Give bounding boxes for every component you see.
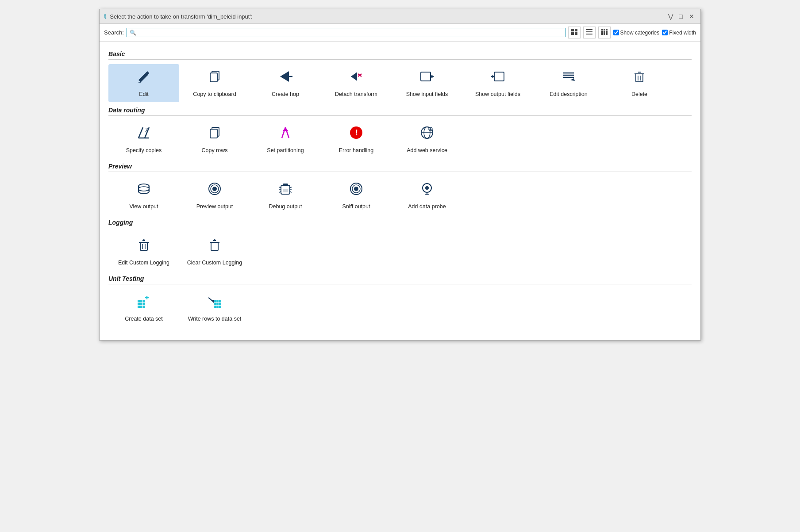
svg-rect-9 bbox=[606, 29, 608, 31]
action-copy-rows[interactable]: Copy rows bbox=[179, 120, 250, 158]
edit-custom-logging-icon bbox=[137, 238, 151, 257]
show-output-fields-label: Show output fields bbox=[475, 91, 520, 98]
show-categories-label: Show categories bbox=[620, 30, 660, 36]
tile-view-button[interactable] bbox=[598, 27, 611, 38]
svg-marker-26 bbox=[431, 75, 434, 78]
maximize-button[interactable]: □ bbox=[677, 12, 685, 21]
svg-rect-80 bbox=[140, 242, 147, 250]
svg-point-85 bbox=[143, 239, 145, 241]
title-bar-left: t Select the action to take on transform… bbox=[104, 12, 253, 20]
search-input[interactable] bbox=[138, 29, 562, 36]
view-output-label: View output bbox=[129, 203, 158, 210]
svg-rect-107 bbox=[219, 303, 221, 305]
svg-marker-29 bbox=[491, 75, 493, 78]
action-write-rows-to-data-set[interactable]: Write rows to data set bbox=[179, 289, 250, 327]
create-hop-icon bbox=[278, 69, 292, 88]
create-data-set-label: Create data set bbox=[125, 316, 162, 322]
action-set-partitioning[interactable]: Set partitioning bbox=[250, 120, 321, 158]
preview-output-icon bbox=[208, 182, 222, 201]
svg-point-101 bbox=[146, 297, 147, 298]
action-edit-custom-logging[interactable]: Edit Custom Logging bbox=[108, 233, 179, 271]
section-unit-testing-divider bbox=[108, 284, 692, 284]
svg-rect-98 bbox=[143, 306, 145, 308]
action-debug-output[interactable]: Debug output bbox=[250, 176, 321, 214]
section-preview-grid: View output Preview output bbox=[108, 176, 692, 214]
action-add-web-service[interactable]: Add web service bbox=[392, 120, 462, 158]
copy-rows-icon bbox=[208, 126, 222, 145]
minimize-button[interactable]: ⋁ bbox=[666, 12, 675, 21]
action-show-output-fields[interactable]: Show output fields bbox=[462, 64, 533, 102]
grid-view-button[interactable] bbox=[568, 27, 581, 38]
svg-marker-19 bbox=[280, 71, 289, 82]
copy-rows-label: Copy rows bbox=[201, 147, 227, 154]
action-clear-custom-logging[interactable]: Clear Custom Logging bbox=[179, 233, 250, 271]
specify-copies-label: Specify copies bbox=[126, 147, 162, 154]
svg-rect-5 bbox=[586, 31, 592, 32]
svg-rect-93 bbox=[138, 303, 140, 305]
svg-rect-6 bbox=[586, 34, 592, 34]
svg-rect-90 bbox=[138, 300, 140, 302]
svg-rect-12 bbox=[606, 31, 608, 33]
show-categories-checkbox-label[interactable]: Show categories bbox=[613, 30, 660, 36]
main-window: t Select the action to take on transform… bbox=[99, 9, 701, 341]
copy-to-clipboard-icon bbox=[208, 69, 222, 88]
action-error-handling[interactable]: ! Error handling bbox=[321, 120, 392, 158]
edit-description-icon bbox=[562, 69, 576, 88]
action-detach-transform[interactable]: Detach transform bbox=[321, 64, 392, 102]
edit-label: Edit bbox=[139, 91, 149, 98]
svg-point-74 bbox=[354, 187, 358, 191]
create-data-set-icon bbox=[137, 294, 151, 313]
svg-rect-97 bbox=[140, 306, 142, 308]
svg-marker-21 bbox=[351, 72, 357, 81]
close-button[interactable]: ✕ bbox=[687, 12, 696, 21]
show-categories-checkbox[interactable] bbox=[613, 30, 619, 35]
action-copy-to-clipboard[interactable]: Copy to clipboard bbox=[179, 64, 250, 102]
write-rows-to-data-set-label: Write rows to data set bbox=[188, 316, 242, 322]
fixed-width-checkbox-label[interactable]: Fixed width bbox=[662, 30, 696, 36]
svg-rect-18 bbox=[210, 73, 217, 82]
action-add-data-probe[interactable]: Add data probe bbox=[392, 176, 462, 214]
action-edit[interactable]: Edit bbox=[108, 64, 179, 102]
section-basic-header: Basic bbox=[108, 50, 692, 57]
svg-rect-1 bbox=[575, 29, 577, 31]
edit-custom-logging-label: Edit Custom Logging bbox=[118, 260, 169, 266]
set-partitioning-icon bbox=[278, 126, 292, 145]
action-sniff-output[interactable]: Sniff output bbox=[321, 176, 392, 214]
section-basic-divider bbox=[108, 59, 692, 60]
svg-marker-46 bbox=[283, 127, 288, 131]
svg-rect-95 bbox=[143, 303, 145, 305]
svg-rect-2 bbox=[571, 32, 574, 35]
svg-text:y: y bbox=[145, 127, 148, 132]
action-create-data-set[interactable]: Create data set bbox=[108, 289, 179, 327]
action-delete[interactable]: Delete bbox=[604, 64, 675, 102]
clear-custom-logging-icon bbox=[208, 238, 222, 257]
svg-rect-103 bbox=[216, 300, 219, 302]
error-handling-icon: ! bbox=[349, 126, 363, 145]
edit-icon bbox=[137, 69, 151, 88]
action-show-input-fields[interactable]: Show input fields bbox=[392, 64, 462, 102]
sniff-output-label: Sniff output bbox=[342, 203, 370, 210]
action-preview-output[interactable]: Preview output bbox=[179, 176, 250, 214]
search-input-wrap: 🔍 bbox=[127, 28, 565, 37]
action-create-hop[interactable]: Create hop bbox=[250, 64, 321, 102]
list-view-button[interactable] bbox=[583, 27, 596, 38]
debug-output-icon bbox=[278, 182, 292, 201]
action-specify-copies[interactable]: y Specify copies bbox=[108, 120, 179, 158]
sniff-output-icon bbox=[349, 182, 363, 201]
svg-line-38 bbox=[138, 127, 143, 138]
show-input-fields-icon bbox=[420, 69, 434, 88]
fixed-width-checkbox[interactable] bbox=[662, 30, 668, 35]
section-logging-divider bbox=[108, 228, 692, 228]
svg-rect-72 bbox=[283, 189, 288, 192]
svg-point-89 bbox=[214, 239, 215, 241]
add-data-probe-label: Add data probe bbox=[408, 203, 446, 210]
action-edit-description[interactable]: Edit description bbox=[533, 64, 604, 102]
section-preview-header: Preview bbox=[108, 163, 692, 170]
action-view-output[interactable]: View output bbox=[108, 176, 179, 214]
delete-label: Delete bbox=[631, 91, 647, 98]
write-rows-to-data-set-icon bbox=[208, 294, 222, 313]
svg-rect-27 bbox=[494, 72, 504, 81]
section-basic-grid: Edit Copy to clipboard bbox=[108, 64, 692, 102]
section-unit-testing-header: Unit Testing bbox=[108, 275, 692, 282]
svg-rect-105 bbox=[214, 303, 216, 305]
